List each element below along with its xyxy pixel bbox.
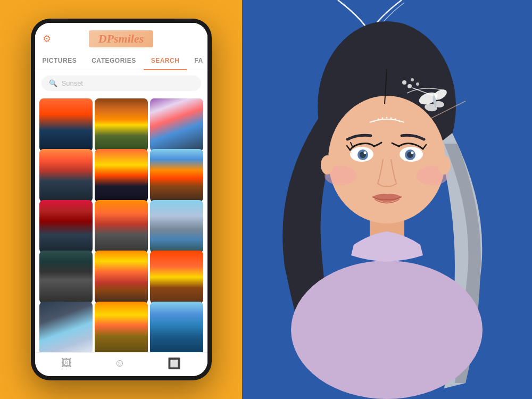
bottom-nav-grid[interactable]: 🔲 <box>168 357 181 370</box>
phone-screen: ⚙ DPsmiles PICTURES CATEGORIES SEARCH FA… <box>35 23 207 376</box>
nav-tabs: PICTURES CATEGORIES SEARCH FA <box>35 52 207 70</box>
grid-image-9[interactable] <box>150 200 203 253</box>
left-panel: ⚙ DPsmiles PICTURES CATEGORIES SEARCH FA… <box>0 0 242 399</box>
app-title: DPsmiles <box>89 30 154 47</box>
grid-image-3[interactable] <box>150 98 203 152</box>
svg-point-21 <box>386 117 388 119</box>
tab-pictures[interactable]: PICTURES <box>35 52 85 70</box>
svg-point-37 <box>321 155 334 174</box>
svg-point-3 <box>328 96 445 223</box>
search-bar[interactable]: 🔍 Sunset <box>41 76 201 91</box>
grid-image-8[interactable] <box>95 200 148 253</box>
svg-point-31 <box>408 84 412 88</box>
grid-image-1[interactable] <box>39 98 93 152</box>
svg-point-18 <box>373 121 375 122</box>
grid-image-5[interactable] <box>95 149 148 202</box>
tab-search[interactable]: SEARCH <box>144 52 187 70</box>
svg-point-9 <box>364 152 367 154</box>
bottom-nav-face[interactable]: ☺ <box>114 357 125 370</box>
svg-point-22 <box>390 118 392 119</box>
grid-icon: 🔲 <box>168 357 181 370</box>
bottom-nav: 🖼 ☺ 🔲 <box>35 352 207 376</box>
svg-point-19 <box>378 119 379 120</box>
grid-image-14[interactable] <box>95 302 148 352</box>
svg-point-34 <box>416 82 419 86</box>
tab-fa[interactable]: FA <box>187 52 207 70</box>
grid-image-2[interactable] <box>95 98 148 152</box>
gallery-icon: 🖼 <box>61 357 72 369</box>
svg-point-38 <box>438 155 451 174</box>
grid-image-12[interactable] <box>150 251 203 304</box>
settings-icon[interactable]: ⚙ <box>43 33 51 45</box>
grid-image-13[interactable] <box>39 302 93 352</box>
phone-mockup: ⚙ DPsmiles PICTURES CATEGORIES SEARCH FA… <box>31 19 212 380</box>
search-icon: 🔍 <box>49 79 57 87</box>
illustration-container <box>242 0 532 399</box>
svg-point-23 <box>395 119 396 120</box>
right-panel <box>242 0 532 399</box>
grid-image-7[interactable] <box>39 200 93 253</box>
search-placeholder: Sunset <box>62 79 83 87</box>
girl-illustration <box>242 0 532 399</box>
tab-categories[interactable]: CATEGORIES <box>84 52 143 70</box>
grid-image-10[interactable] <box>39 251 93 304</box>
svg-point-15 <box>411 152 414 154</box>
grid-image-4[interactable] <box>39 149 93 202</box>
svg-point-36 <box>291 261 483 399</box>
grid-image-15[interactable] <box>150 302 203 352</box>
face-icon: ☺ <box>114 357 125 369</box>
grid-image-6[interactable] <box>150 149 203 202</box>
bottom-nav-gallery[interactable]: 🖼 <box>61 357 72 370</box>
image-grid <box>35 96 207 352</box>
svg-point-32 <box>402 80 406 85</box>
svg-point-33 <box>411 78 414 81</box>
svg-point-24 <box>399 121 401 122</box>
svg-point-20 <box>382 118 384 119</box>
grid-image-11[interactable] <box>95 251 148 304</box>
app-header: ⚙ DPsmiles <box>35 23 207 52</box>
